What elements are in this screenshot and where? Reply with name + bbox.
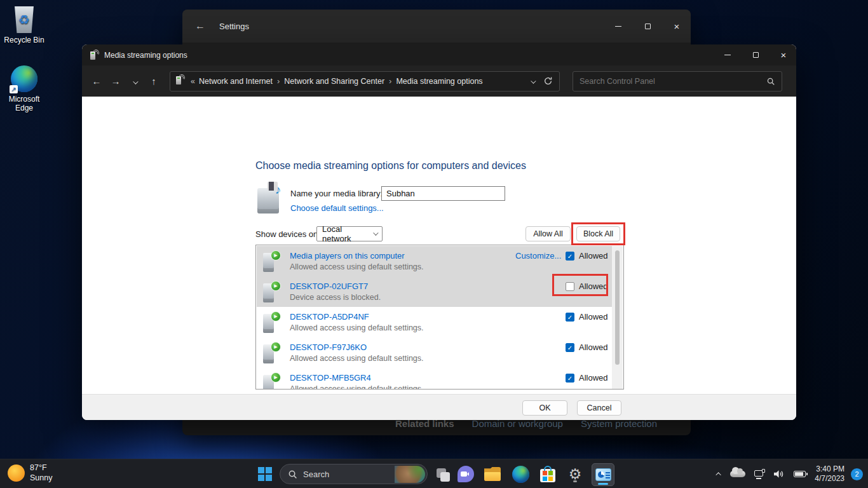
edge-button[interactable] (511, 464, 530, 484)
annotation-highlight-block-all (571, 222, 625, 245)
cp-maximize-button[interactable] (747, 48, 764, 62)
device-row[interactable]: ▶ DESKTOP-MFB5GR4 Allowed access using d… (257, 368, 612, 390)
allowed-label: Allowed (579, 312, 608, 322)
library-name-label: Name your media library: (290, 189, 383, 198)
allowed-label: Allowed (579, 373, 608, 383)
recent-pages-button[interactable] (125, 76, 144, 86)
task-view-button[interactable] (433, 464, 452, 484)
annotation-highlight-allowed-checkbox (552, 274, 608, 296)
device-name-link[interactable]: DESKTOP-02UFGT7 (290, 281, 368, 291)
cp-close-button[interactable]: × (775, 48, 792, 62)
settings-minimize-button[interactable] (609, 19, 627, 33)
store-icon (540, 469, 555, 482)
settings-close-button[interactable]: × (668, 19, 686, 33)
breadcrumb-network-and-internet[interactable]: Network and Internet (199, 77, 273, 86)
device-name-link[interactable]: Media players on this computer (290, 251, 405, 261)
chat-icon (458, 466, 474, 482)
device-name-link[interactable]: DESKTOP-A5DP4NF (290, 312, 369, 322)
library-name-input[interactable] (381, 186, 505, 201)
choose-default-settings-link[interactable]: Choose default settings... (290, 203, 384, 213)
tray-time: 3:40 PM (815, 464, 844, 474)
device-row[interactable]: ▶ DESKTOP-A5DP4NF Allowed access using d… (257, 307, 612, 337)
weather-widget[interactable]: 87°F Sunny (8, 463, 52, 483)
taskbar-search[interactable]: Search (280, 464, 428, 484)
chevron-down-icon (373, 230, 378, 235)
sun-icon (8, 464, 25, 482)
network-dropdown-value: Local network (322, 224, 373, 243)
desktop-icon-microsoft-edge[interactable]: ↗ MicrosoftEdge (0, 65, 48, 112)
cp-minimize-button[interactable] (719, 48, 736, 62)
scrollbar[interactable] (612, 246, 623, 390)
device-name-link[interactable]: DESKTOP-MFB5GR4 (290, 373, 371, 383)
settings-back-button[interactable]: ← (195, 20, 205, 32)
edge-label: MicrosoftEdge (0, 95, 48, 112)
network-dropdown[interactable]: Local network (316, 226, 383, 241)
notification-badge[interactable]: 2 (851, 468, 863, 480)
edge-icon: ↗ (11, 65, 37, 92)
back-button[interactable]: ← (87, 76, 106, 86)
device-status-text: Device access is blocked. (290, 293, 381, 302)
refresh-icon[interactable] (543, 76, 553, 86)
allowed-checkbox-checked[interactable]: ✓ (566, 313, 574, 322)
folder-icon (484, 467, 501, 481)
clock[interactable]: 3:40 PM 4/7/2023 (815, 464, 844, 484)
battery-icon[interactable] (794, 471, 806, 477)
forward-button[interactable]: → (106, 76, 125, 86)
control-panel-search[interactable] (573, 71, 782, 92)
search-input[interactable] (580, 77, 766, 86)
scrollbar-thumb[interactable] (615, 250, 620, 365)
active-indicator (598, 483, 608, 485)
device-list: ▶ Media players on this computer Allowed… (255, 245, 624, 390)
search-highlight-image[interactable] (395, 466, 425, 483)
device-row[interactable]: ▶ DESKTOP-F97J6KO Allowed access using d… (257, 337, 612, 368)
gear-icon: ⚙ (569, 467, 582, 482)
ok-button[interactable]: OK (522, 400, 567, 416)
page-title: Choose media streaming options for compu… (255, 160, 526, 172)
search-icon (288, 470, 297, 479)
start-button[interactable] (255, 464, 275, 484)
onedrive-icon[interactable] (730, 471, 745, 477)
media-streaming-icon (90, 50, 98, 60)
control-panel-button-active[interactable] (592, 463, 614, 486)
up-button[interactable]: ↑ (144, 76, 163, 86)
settings-titlebar: ← Settings × (182, 10, 691, 43)
address-dropdown-icon[interactable] (531, 77, 534, 86)
chat-button[interactable] (456, 464, 475, 484)
media-device-icon: ▶ (262, 342, 281, 365)
allow-all-button[interactable]: Allow All (526, 226, 571, 241)
settings-maximize-button[interactable] (639, 19, 656, 33)
device-name-link[interactable]: DESKTOP-F97J6KO (290, 342, 367, 352)
allowed-label: Allowed (579, 342, 608, 352)
customize-link[interactable]: Customize... (515, 251, 561, 261)
hidden-icons-button[interactable] (717, 472, 721, 476)
cp-footer: OK Cancel (82, 394, 796, 420)
breadcrumb-network-sharing-center[interactable]: Network and Sharing Center (284, 77, 384, 86)
device-status-text: Allowed access using default settings. (290, 354, 424, 363)
collapsed-crumbs[interactable]: « (191, 77, 195, 86)
control-panel-icon (595, 468, 611, 481)
media-device-icon: ▶ (262, 311, 281, 334)
cancel-button[interactable]: Cancel (577, 400, 621, 416)
desktop-icon-recycle-bin[interactable]: ♻ Recycle Bin (0, 6, 48, 44)
settings-window-title: Settings (219, 22, 249, 31)
microsoft-store-button[interactable] (538, 464, 557, 484)
breadcrumb-separator: › (277, 76, 280, 86)
allowed-checkbox-checked[interactable]: ✓ (566, 343, 574, 352)
running-indicator (573, 480, 577, 482)
allowed-checkbox-checked[interactable]: ✓ (566, 252, 574, 261)
volume-icon[interactable] (774, 470, 785, 478)
allowed-checkbox-checked[interactable]: ✓ (566, 374, 574, 383)
system-tray: 3:40 PM 4/7/2023 2 (717, 459, 868, 488)
breadcrumb-media-streaming-options[interactable]: Media streaming options (396, 77, 482, 86)
recycle-bin-label: Recycle Bin (0, 36, 48, 44)
task-view-icon (434, 466, 451, 482)
address-bar[interactable]: « Network and Internet › Network and Sha… (170, 71, 560, 92)
media-library-icon: ♪ (257, 182, 285, 215)
device-row[interactable]: ▶ Media players on this computer Allowed… (257, 246, 612, 276)
file-explorer-button[interactable] (483, 464, 502, 484)
settings-button[interactable]: ⚙ (566, 464, 585, 484)
tray-date: 4/7/2023 (815, 474, 844, 484)
weather-temperature: 87°F (30, 463, 52, 473)
media-device-icon: ▶ (262, 372, 281, 390)
network-icon[interactable] (754, 470, 765, 479)
